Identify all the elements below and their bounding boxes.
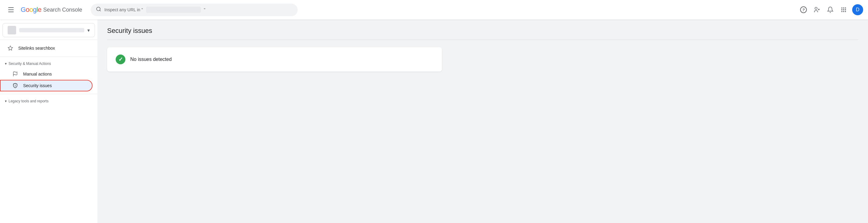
sidebar-item-sitelinks[interactable]: Sitelinks searchbox: [0, 43, 93, 54]
site-dropdown-icon: ▾: [87, 27, 90, 33]
security-issues-label: Security issues: [23, 83, 52, 88]
page-title: Security issues: [107, 27, 858, 35]
section-security-manual[interactable]: ▾ Security & Manual Actions: [0, 59, 97, 68]
search-icon: [96, 6, 101, 13]
app-header: Google Search Console Inspect any URL in…: [0, 0, 868, 20]
bell-icon: [827, 6, 834, 13]
section-legacy-chevron-down-icon: ▾: [5, 99, 7, 103]
hamburger-button[interactable]: [5, 4, 17, 16]
svg-rect-9: [843, 9, 844, 10]
section-chevron-down-icon: ▾: [5, 61, 7, 66]
svg-rect-5: [841, 8, 842, 8]
main-content: Security issues No issues detected: [97, 20, 868, 223]
sidebar-divider-1: [0, 39, 97, 40]
svg-line-1: [100, 10, 101, 11]
help-icon: ?: [800, 6, 807, 13]
sidebar-item-manual-actions[interactable]: Manual actions: [0, 68, 93, 80]
header-actions: ?: [797, 4, 863, 16]
svg-rect-11: [841, 11, 842, 12]
section-security-label: Security & Manual Actions: [8, 61, 51, 66]
svg-rect-8: [841, 9, 842, 10]
status-card: No issues detected: [107, 47, 442, 72]
svg-rect-12: [843, 11, 844, 12]
notifications-button[interactable]: [824, 4, 836, 16]
search-input-wrap[interactable]: Inspect any URL in " ": [91, 4, 298, 16]
status-message: No issues detected: [130, 57, 172, 62]
logo-e: e: [38, 6, 41, 13]
logo: Google Search Console: [21, 6, 82, 14]
site-name-display: [19, 28, 84, 32]
svg-marker-14: [8, 46, 13, 50]
search-bar: Inspect any URL in " ": [91, 4, 298, 16]
svg-rect-6: [843, 8, 844, 8]
manage-users-icon: [813, 6, 820, 13]
flag-icon: [12, 71, 18, 77]
search-suffix: ": [204, 7, 206, 12]
sitelinks-icon: [7, 46, 13, 51]
title-divider: [107, 39, 858, 40]
shield-icon: [12, 83, 18, 88]
main-layout: ▾ Sitelinks searchbox ▾ Security & Manua…: [0, 20, 868, 223]
logo-g: G: [21, 6, 26, 13]
svg-rect-10: [845, 9, 846, 10]
sidebar-divider-3: [0, 94, 97, 94]
apps-button[interactable]: [838, 4, 850, 16]
svg-point-2: [815, 7, 817, 9]
logo-google: Google: [21, 6, 41, 14]
manual-actions-label: Manual actions: [23, 72, 52, 77]
logo-o2: o: [29, 6, 33, 13]
product-name: Search Console: [43, 7, 82, 13]
site-selector[interactable]: ▾: [2, 23, 95, 37]
sidebar: ▾ Sitelinks searchbox ▾ Security & Manua…: [0, 20, 97, 223]
search-domain-blur: [146, 7, 201, 13]
logo-o1: o: [26, 6, 30, 13]
logo-g2: g: [33, 6, 36, 13]
svg-rect-13: [845, 11, 846, 12]
sitelinks-label: Sitelinks searchbox: [18, 46, 55, 51]
sidebar-item-security-issues[interactable]: Security issues: [0, 80, 93, 91]
sidebar-divider-2: [0, 56, 97, 57]
help-button[interactable]: ?: [797, 4, 810, 16]
grid-icon: [841, 7, 847, 13]
search-prefix: Inspect any URL in ": [104, 7, 143, 12]
hamburger-icon: [8, 7, 14, 12]
manage-users-button[interactable]: [811, 4, 823, 16]
site-favicon: [8, 26, 16, 34]
section-legacy-tools[interactable]: ▾ Legacy tools and reports: [0, 96, 97, 106]
svg-point-0: [96, 7, 100, 11]
section-legacy-label: Legacy tools and reports: [8, 99, 49, 103]
check-icon: [116, 55, 125, 64]
svg-rect-7: [845, 8, 846, 8]
avatar-button[interactable]: D: [852, 4, 863, 15]
